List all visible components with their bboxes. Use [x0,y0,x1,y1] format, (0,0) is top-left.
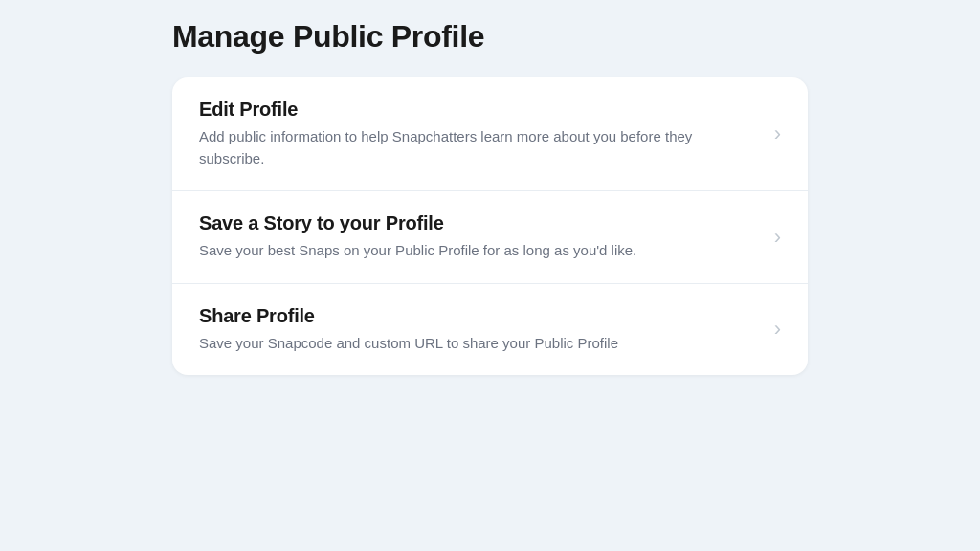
save-story-desc: Save your best Snaps on your Public Prof… [199,240,759,262]
save-story-title: Save a Story to your Profile [199,212,759,234]
edit-profile-chevron-icon: › [774,121,781,146]
edit-profile-item[interactable]: Edit Profile Add public information to h… [172,77,808,191]
save-story-chevron-icon: › [774,225,781,250]
edit-profile-desc: Add public information to help Snapchatt… [199,126,759,169]
edit-profile-content: Edit Profile Add public information to h… [199,99,774,169]
save-story-item[interactable]: Save a Story to your Profile Save your b… [172,191,808,284]
page-container: Manage Public Profile Edit Profile Add p… [0,0,980,551]
page-title: Manage Public Profile [172,19,808,55]
save-story-content: Save a Story to your Profile Save your b… [199,212,774,262]
share-profile-item[interactable]: Share Profile Save your Snapcode and cus… [172,284,808,376]
menu-card: Edit Profile Add public information to h… [172,77,808,375]
edit-profile-title: Edit Profile [199,99,759,121]
share-profile-desc: Save your Snapcode and custom URL to sha… [199,333,759,355]
share-profile-title: Share Profile [199,305,759,327]
share-profile-chevron-icon: › [774,317,781,342]
share-profile-content: Share Profile Save your Snapcode and cus… [199,305,774,355]
